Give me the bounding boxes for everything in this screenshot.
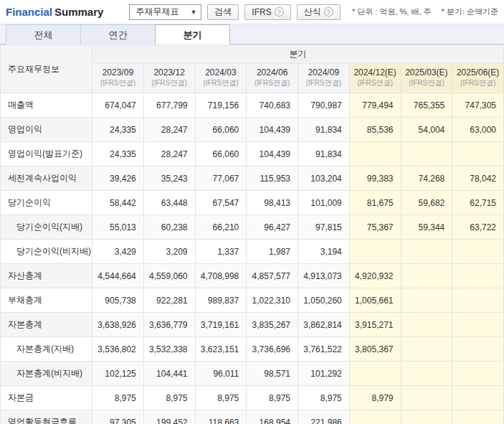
value-cell: 115,953: [247, 166, 298, 191]
value-cell: 101,292: [298, 362, 350, 386]
value-cell: 118,663: [195, 410, 247, 424]
value-cell: 28,247: [143, 118, 195, 142]
value-cell: 91,834: [298, 118, 350, 142]
column-header: 2023/12(IFRS연결): [143, 64, 195, 93]
value-cell: 8,975: [247, 386, 298, 410]
value-cell: 8,975: [298, 386, 350, 410]
row-label: 자본총계: [1, 313, 92, 337]
value-cell: 4,708,998: [195, 264, 247, 288]
statement-select[interactable]: 주재무제표 ▼: [129, 4, 201, 20]
column-header: 2024/12(E)(IFRS연결): [349, 64, 401, 93]
value-cell: 989,837: [195, 288, 247, 313]
value-cell: 3,862,814: [298, 313, 350, 337]
value-cell: [401, 240, 452, 264]
value-cell: 790,987: [298, 93, 350, 118]
table-row: 영업활동현금흐름97,305199,452118,663168,954221,9…: [1, 410, 504, 424]
row-label: 자산총계: [1, 264, 92, 288]
table-corner-label: 주요재무정보: [1, 45, 92, 93]
value-cell: [452, 386, 504, 410]
statement-select-value: 주재무제표: [135, 6, 179, 18]
basis-note: * 분기: 순액기준: [442, 6, 498, 17]
formula-help-button[interactable]: 산식 ?: [297, 4, 341, 20]
value-cell: 221,986: [298, 410, 350, 424]
value-cell: 59,344: [401, 215, 452, 240]
notes: * 단위 : 억원, %, 배, 주 * 분기: 순액기준: [352, 6, 498, 17]
value-cell: 103,204: [298, 166, 350, 191]
value-cell: 24,335: [92, 142, 144, 166]
value-cell: 3,429: [92, 240, 144, 264]
value-cell: 97,305: [92, 410, 144, 424]
value-cell: [349, 240, 401, 264]
value-cell: 8,979: [349, 386, 401, 410]
value-cell: [401, 410, 452, 424]
table-row: 영업이익24,33528,24766,060104,43991,83485,53…: [1, 118, 504, 142]
value-cell: 1,005,661: [349, 288, 401, 313]
value-cell: 1,337: [195, 240, 247, 264]
value-cell: 8,975: [195, 386, 247, 410]
row-label: 부채총계: [1, 288, 92, 313]
table-row: 자본금8,9758,9758,9758,9758,9758,979: [1, 386, 504, 410]
value-cell: 719,156: [195, 93, 247, 118]
value-cell: 3,719,161: [195, 313, 247, 337]
value-cell: 104,439: [247, 118, 298, 142]
value-cell: 3,835,267: [247, 313, 298, 337]
column-header: 2024/03(IFRS연결): [195, 64, 247, 93]
value-cell: 779,494: [349, 93, 401, 118]
row-label: 자본총계(지배): [1, 337, 92, 362]
chevron-down-icon: ▼: [190, 9, 196, 16]
formula-label: 산식: [304, 6, 321, 18]
column-header: 2024/09(IFRS연결): [298, 64, 350, 93]
value-cell: 91,834: [298, 142, 350, 166]
value-cell: [452, 410, 504, 424]
row-label: 영업활동현금흐름: [1, 410, 92, 424]
value-cell: 3,915,271: [349, 313, 401, 337]
value-cell: 39,426: [92, 166, 144, 191]
value-cell: 168,954: [247, 410, 298, 424]
table-row: 세전계속사업이익39,42635,24377,067115,953103,204…: [1, 166, 504, 191]
table-row: 매출액674,047677,799719,156740,683790,98777…: [1, 93, 504, 118]
value-cell: 99,383: [349, 166, 401, 191]
value-cell: [452, 142, 504, 166]
row-label: 당기순이익: [1, 191, 92, 215]
value-cell: 3,636,779: [143, 313, 195, 337]
value-cell: [401, 386, 452, 410]
table-row: 당기순이익58,44263,44867,54798,413101,00981,6…: [1, 191, 504, 215]
value-cell: 1,987: [247, 240, 298, 264]
value-cell: [401, 264, 452, 288]
search-button[interactable]: 검색: [207, 4, 239, 20]
question-icon: ?: [275, 7, 284, 17]
value-cell: 63,448: [143, 191, 195, 215]
value-cell: 74,268: [401, 166, 452, 191]
value-cell: 3,736,696: [247, 337, 298, 362]
tab-quarter[interactable]: 분기: [155, 24, 230, 44]
table-row: 영업이익(발표기준)24,33528,24766,060104,43991,83…: [1, 142, 504, 166]
value-cell: 54,004: [401, 118, 452, 142]
tab-all[interactable]: 전체: [6, 24, 81, 44]
value-cell: [401, 337, 452, 362]
column-header: 2025/06(E)(IFRS연결): [452, 64, 504, 93]
table-row: 자본총계(지배)3,536,8023,532,3383,623,1513,736…: [1, 337, 504, 362]
table-row: 당기순이익(지배)55,01360,23866,21096,42797,8157…: [1, 215, 504, 240]
table-row: 자본총계3,638,9263,636,7793,719,1613,835,267…: [1, 313, 504, 337]
value-cell: 77,067: [195, 166, 247, 191]
value-cell: 75,367: [349, 215, 401, 240]
tab-annual[interactable]: 연간: [80, 24, 156, 44]
table-row: 당기순이익(비지배)3,4293,2091,3371,9873,194: [1, 240, 504, 264]
column-header: 2024/06(IFRS연결): [247, 64, 298, 93]
value-cell: 8,975: [92, 386, 144, 410]
value-cell: 28,247: [143, 142, 195, 166]
value-cell: 4,913,073: [298, 264, 350, 288]
row-label: 세전계속사업이익: [1, 166, 92, 191]
value-cell: 1,050,260: [298, 288, 350, 313]
value-cell: 922,281: [143, 288, 195, 313]
value-cell: 81,675: [349, 191, 401, 215]
value-cell: 97,815: [298, 215, 350, 240]
value-cell: 765,355: [401, 93, 452, 118]
row-label: 매출액: [1, 93, 92, 118]
period-tabs: 전체연간분기: [0, 24, 504, 44]
page-title: FinancialSummary: [6, 6, 103, 18]
value-cell: 63,000: [452, 118, 504, 142]
value-cell: 8,975: [143, 386, 195, 410]
value-cell: 66,210: [195, 215, 247, 240]
ifrs-help-button[interactable]: IFRS ?: [244, 4, 290, 20]
